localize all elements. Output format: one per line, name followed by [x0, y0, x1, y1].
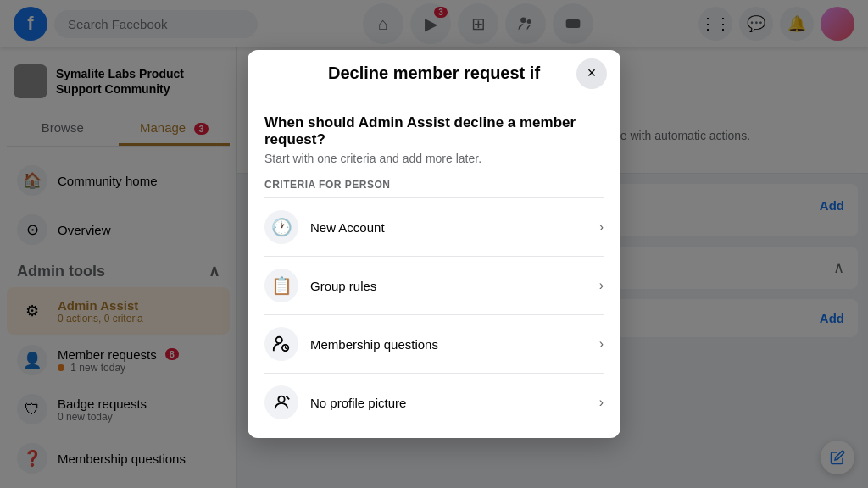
- modal-overlay[interactable]: Decline member request if × When should …: [0, 0, 868, 488]
- modal-header: Decline member request if ×: [248, 50, 620, 97]
- new-account-label: New Account: [310, 220, 385, 235]
- group-rules-icon: 📋: [264, 269, 298, 302]
- no-profile-picture-label: No profile picture: [310, 396, 406, 410]
- criteria-item-no-profile-picture[interactable]: No profile picture ›: [264, 373, 604, 431]
- svg-point-7: [278, 396, 284, 402]
- modal-body: When should Admin Assist decline a membe…: [248, 97, 620, 438]
- chevron-right-icon-4: ›: [599, 395, 604, 410]
- group-rules-label: Group rules: [310, 279, 376, 293]
- modal-question: When should Admin Assist decline a membe…: [264, 114, 604, 148]
- criteria-item-membership-questions[interactable]: Membership questions ›: [264, 314, 604, 373]
- svg-point-5: [276, 337, 282, 343]
- no-profile-picture-icon: [264, 385, 298, 419]
- chevron-right-icon-3: ›: [599, 336, 604, 352]
- modal-title: Decline member request if: [328, 64, 540, 83]
- new-account-icon: 🕐: [264, 210, 298, 244]
- modal-subtext: Start with one criteria and add more lat…: [264, 152, 604, 165]
- membership-questions-criteria-icon: [264, 327, 298, 361]
- modal-close-button[interactable]: ×: [576, 58, 607, 89]
- chevron-right-icon-2: ›: [599, 278, 604, 293]
- criteria-item-new-account[interactable]: 🕐 New Account ›: [264, 197, 604, 256]
- membership-questions-criteria-label: Membership questions: [310, 337, 438, 352]
- decline-member-modal: Decline member request if × When should …: [248, 50, 620, 438]
- svg-line-8: [287, 396, 290, 400]
- chevron-right-icon: ›: [599, 219, 604, 235]
- criteria-item-group-rules[interactable]: 📋 Group rules ›: [264, 256, 604, 314]
- modal-section-label: CRITERIA FOR PERSON: [264, 179, 604, 191]
